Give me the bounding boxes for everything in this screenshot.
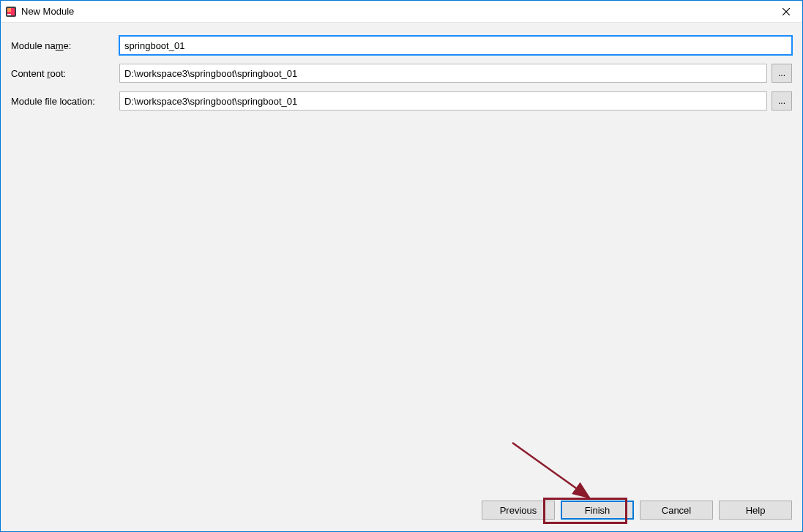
dialog-content: Module name: Content root: ... Module fi…: [1, 23, 802, 496]
previous-button[interactable]: Previous: [482, 501, 555, 520]
content-root-input[interactable]: [119, 64, 767, 83]
titlebar: New Module: [1, 1, 802, 23]
button-bar: Previous Finish Cancel Help: [1, 496, 802, 531]
close-icon: [783, 8, 790, 15]
svg-rect-2: [7, 8, 11, 12]
module-file-location-label: Module file location:: [11, 96, 119, 107]
app-icon: [5, 6, 17, 18]
module-file-location-row: Module file location: ...: [11, 91, 792, 110]
module-file-location-browse-button[interactable]: ...: [772, 91, 792, 110]
module-name-label: Module name:: [11, 40, 119, 51]
content-root-browse-button[interactable]: ...: [772, 64, 792, 83]
svg-rect-3: [7, 14, 11, 15]
help-button[interactable]: Help: [719, 501, 792, 520]
module-name-row: Module name:: [11, 36, 792, 55]
module-name-input[interactable]: [119, 36, 792, 55]
module-file-location-input[interactable]: [119, 91, 767, 110]
close-button[interactable]: [769, 1, 802, 22]
window-title: New Module: [21, 6, 769, 17]
finish-button[interactable]: Finish: [561, 501, 634, 520]
new-module-dialog: New Module Module name: Content root: ..…: [0, 0, 803, 532]
content-root-row: Content root: ...: [11, 64, 792, 83]
content-root-label: Content root:: [11, 68, 119, 79]
cancel-button[interactable]: Cancel: [640, 501, 713, 520]
